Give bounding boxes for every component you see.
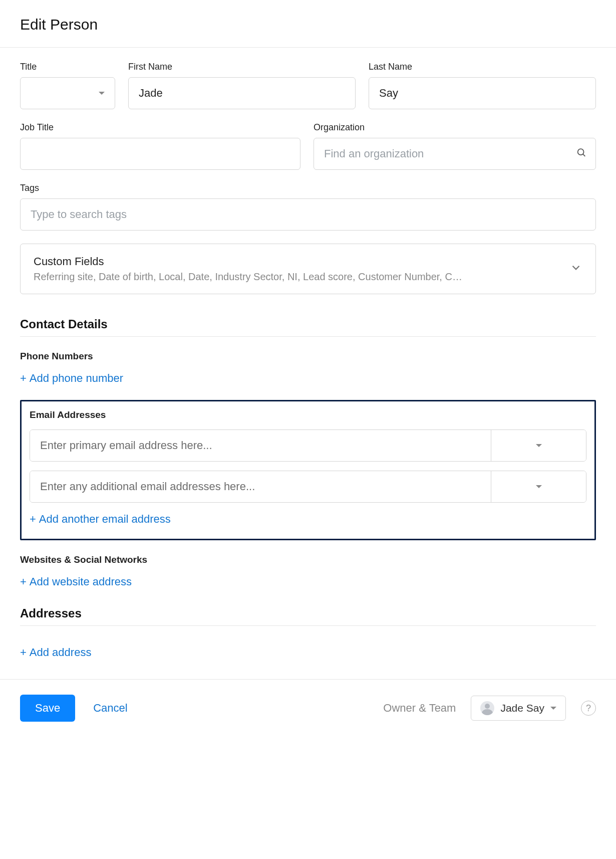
plus-icon: + <box>30 514 36 525</box>
tags-input[interactable] <box>20 198 596 231</box>
add-website-label: Add website address <box>30 575 132 588</box>
organization-input[interactable] <box>314 138 596 170</box>
footer: Save Cancel Owner & Team Jade Say ? <box>0 679 616 752</box>
email-additional-type-select[interactable] <box>491 471 586 502</box>
email-primary-type-select[interactable] <box>491 430 586 461</box>
chevron-down-icon <box>569 261 582 277</box>
first-name-label: First Name <box>128 62 356 72</box>
first-name-input[interactable] <box>128 77 356 109</box>
add-phone-link[interactable]: + Add phone number <box>20 372 123 385</box>
add-address-link[interactable]: + Add address <box>20 646 91 659</box>
owner-team-label: Owner & Team <box>383 702 456 715</box>
email-row-additional <box>30 471 586 503</box>
caret-down-icon <box>536 485 542 488</box>
email-addresses-section: Email Addresses + Add another email addr… <box>20 400 596 540</box>
title-label: Title <box>20 62 115 72</box>
last-name-input[interactable] <box>369 77 596 109</box>
email-primary-input[interactable] <box>30 430 491 461</box>
caret-down-icon <box>99 92 105 95</box>
plus-icon: + <box>20 373 27 384</box>
add-email-label: Add another email address <box>39 513 171 526</box>
svg-line-1 <box>583 154 585 156</box>
email-row-primary <box>30 430 586 462</box>
add-email-link[interactable]: + Add another email address <box>30 513 171 526</box>
contact-details-heading: Contact Details <box>20 317 596 337</box>
help-button[interactable]: ? <box>581 701 596 716</box>
job-title-label: Job Title <box>20 122 300 133</box>
header: Edit Person <box>0 0 616 48</box>
custom-fields-title: Custom Fields <box>34 255 559 268</box>
title-select[interactable] <box>20 77 115 109</box>
last-name-label: Last Name <box>369 62 596 72</box>
caret-down-icon <box>550 707 556 710</box>
cancel-button[interactable]: Cancel <box>90 701 130 715</box>
phone-numbers-heading: Phone Numbers <box>20 351 596 362</box>
add-website-link[interactable]: + Add website address <box>20 575 132 588</box>
custom-fields-toggle[interactable]: Custom Fields Referring site, Date of bi… <box>20 244 596 294</box>
avatar-icon <box>480 701 494 715</box>
owner-picker[interactable]: Jade Say <box>471 696 566 721</box>
email-addresses-heading: Email Addresses <box>30 409 586 420</box>
caret-down-icon <box>536 444 542 447</box>
page-title: Edit Person <box>20 16 596 33</box>
save-button[interactable]: Save <box>20 695 75 722</box>
search-icon <box>576 147 587 161</box>
add-address-label: Add address <box>30 646 92 659</box>
custom-fields-summary: Referring site, Date of birth, Local, Da… <box>34 271 559 283</box>
websites-social-heading: Websites & Social Networks <box>20 554 596 565</box>
organization-label: Organization <box>314 122 596 133</box>
addresses-heading: Addresses <box>20 606 596 626</box>
tags-label: Tags <box>20 183 596 193</box>
plus-icon: + <box>20 647 27 658</box>
plus-icon: + <box>20 576 27 587</box>
add-phone-label: Add phone number <box>30 372 123 385</box>
job-title-input[interactable] <box>20 138 300 170</box>
owner-name: Jade Say <box>500 702 544 714</box>
email-additional-input[interactable] <box>30 471 491 502</box>
svg-point-0 <box>578 149 584 155</box>
